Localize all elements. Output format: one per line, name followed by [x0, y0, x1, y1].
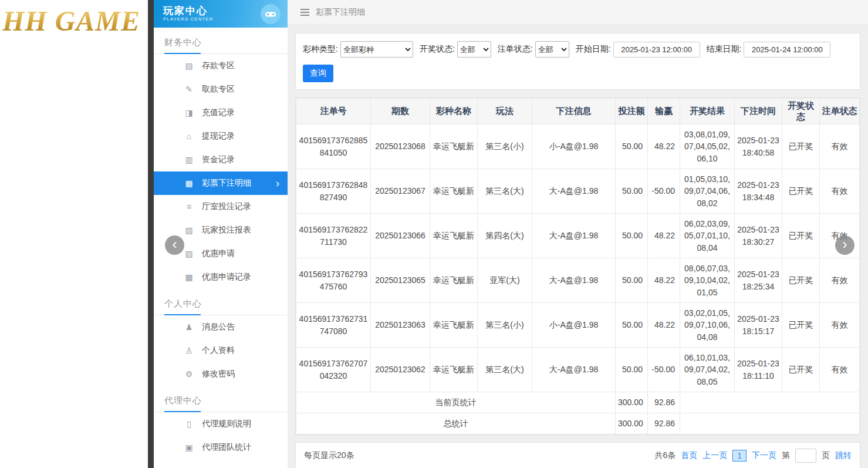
draw-status-select[interactable]: 全部	[457, 41, 491, 58]
profile-icon: ♙	[184, 346, 194, 355]
cell-lottery-name: 幸运飞艇新	[430, 348, 478, 392]
cell-play: 亚军(大)	[478, 258, 532, 303]
cell-draw-result: 03,08,01,09,07,04,05,02,06,10	[680, 124, 735, 169]
cell-bet-amount: 50.00	[616, 124, 648, 169]
first-page-link[interactable]: 首页	[681, 450, 697, 461]
sidebar-item-deposit-zone[interactable]: ▤存款专区	[154, 54, 288, 78]
brand-logo: HH GAME	[2, 5, 148, 37]
sidebar-item-withdraw-zone[interactable]: ✎取款专区	[154, 78, 288, 101]
cell-issue: 20250123067	[371, 169, 430, 214]
cell-draw-status: 已开奖	[782, 303, 820, 348]
sidebar-header: 玩家中心 PLAYERS CENTER	[154, 0, 288, 28]
lottery-type-filter: 彩种类型: 全部彩种	[303, 41, 413, 58]
sidebar-title-block: 玩家中心 PLAYERS CENTER	[163, 6, 213, 22]
sidebar-item-label: 玩家投注报表	[202, 225, 251, 235]
sidebar-item-personal-profile[interactable]: ♙个人资料	[154, 339, 288, 362]
promo-icon: ▨	[184, 249, 194, 258]
menu-toggle-icon[interactable]	[300, 9, 309, 16]
table-row: 40156917376273174708020250123063幸运飞艇新第三名…	[296, 303, 860, 348]
cell-bet-amount: 50.00	[616, 258, 648, 303]
sidebar-item-agent-rules[interactable]: ▯代理规则说明	[154, 412, 288, 436]
cell-issue: 20250123062	[371, 348, 430, 392]
cell-order-no: 401569173762793475760	[296, 258, 371, 303]
sidebar-item-recharge-records[interactable]: ◨充值记录	[154, 101, 288, 124]
chevron-right-icon: ›	[276, 177, 279, 190]
lottery-type-select[interactable]: 全部彩种	[340, 41, 413, 58]
topbar: 彩票下注明细	[288, 0, 868, 25]
cell-order-no: 401569173762822711730	[296, 214, 371, 258]
cell-win-loss: 48.22	[648, 258, 680, 303]
draw-status-filter: 开奖状态: 全部	[420, 41, 491, 58]
start-date-input[interactable]	[613, 42, 700, 58]
main-content: 彩票下注明细 彩种类型: 全部彩种 开奖状态: 全部 注单状态: 全部	[288, 0, 868, 468]
rules-icon: ▯	[184, 419, 194, 429]
pagination-controls: 共6条 首页 上一页 1 下一页 第 页 跳转	[654, 449, 852, 463]
sidebar-item-funds-records[interactable]: ▥资金记录	[154, 148, 288, 171]
hall-bet-icon: ≡	[184, 202, 194, 211]
cell-bet-info: 小-A盘@1.98	[532, 303, 616, 348]
promo-record-icon: ▩	[184, 272, 194, 282]
cell-draw-status: 已开奖	[782, 169, 820, 214]
cell-order-no: 401569173762731747080	[296, 303, 371, 348]
gamepad-icon	[261, 4, 281, 24]
funds-icon: ▥	[184, 155, 194, 164]
lottery-bet-icon: ▦	[184, 179, 194, 188]
message-icon: ♟	[184, 322, 194, 332]
sidebar-item-withdrawal-records[interactable]: ⌂提现记录	[154, 124, 288, 148]
cell-win-loss: 48.22	[648, 124, 680, 169]
summary-row-grand-total: 总统计 300.00 92.86	[296, 413, 860, 435]
cell-issue: 20250123065	[371, 258, 430, 303]
sidebar-item-hall-bet-records[interactable]: ≡厅室投注记录	[154, 195, 288, 218]
end-date-input[interactable]	[744, 42, 830, 58]
withdraw-icon: ✎	[184, 85, 194, 94]
carousel-left-arrow-icon[interactable]: ‹	[165, 235, 184, 255]
menu-section-label: 财务中心	[164, 37, 202, 47]
order-status-select[interactable]: 全部	[535, 41, 569, 58]
jump-page-input[interactable]	[795, 449, 816, 463]
sidebar-item-agent-team-stats[interactable]: ▣代理团队统计	[154, 436, 288, 459]
cell-bet-info: 大-A盘@1.98	[532, 169, 616, 214]
sidebar-item-label: 提现记录	[202, 131, 235, 142]
cell-win-loss: -50.00	[648, 348, 680, 392]
column-header-bet-amount: 投注额	[616, 99, 648, 124]
start-date-filter: 开始日期:	[576, 42, 700, 58]
lottery-type-label: 彩种类型:	[303, 44, 338, 55]
cell-order-status: 有效	[820, 348, 860, 392]
summary-bet-total: 300.00	[616, 413, 648, 435]
summary-bet-total: 300.00	[616, 392, 648, 413]
cell-order-status: 有效	[820, 303, 860, 348]
sidebar: 玩家中心 PLAYERS CENTER 财务中心▤存款专区✎取款专区◨充值记录⌂…	[154, 0, 288, 468]
prev-page-link[interactable]: 上一页	[702, 450, 727, 461]
jump-button[interactable]: 跳转	[835, 450, 852, 461]
cell-bet-info: 大-A盘@1.98	[532, 258, 616, 303]
cell-bet-time: 2025-01-23 18:15:17	[735, 303, 782, 348]
menu-section-header: 个人中心	[154, 289, 288, 315]
sidebar-item-label: 资金记录	[202, 154, 235, 165]
table-row: 40156917376279347576020250123065幸运飞艇新亚军(…	[296, 258, 860, 303]
current-page-indicator[interactable]: 1	[732, 450, 747, 462]
carousel-right-arrow-icon[interactable]: ›	[835, 235, 855, 255]
report-icon: ▧	[184, 225, 194, 235]
next-page-link[interactable]: 下一页	[752, 450, 776, 461]
cell-order-status: 有效	[820, 258, 860, 303]
summary-row-current-page: 当前页统计 300.00 92.86	[296, 392, 860, 413]
sidebar-item-lottery-bet-details[interactable]: ▦彩票下注明细›	[154, 171, 288, 195]
sidebar-item-promo-apply-records[interactable]: ▩优惠申请记录	[154, 265, 288, 289]
search-button[interactable]: 查询	[303, 65, 333, 82]
summary-label: 总统计	[296, 413, 616, 435]
bet-details-table-card: 注单号期数彩种名称玩法下注信息投注额输赢开奖结果下注时间开奖状态注单状态 401…	[295, 97, 860, 435]
end-date-filter: 结束日期:	[707, 42, 831, 58]
cell-order-status: 有效	[820, 169, 860, 214]
logo-area: HH GAME	[0, 0, 148, 468]
cell-issue: 20250123063	[371, 303, 430, 348]
table-header-row: 注单号期数彩种名称玩法下注信息投注额输赢开奖结果下注时间开奖状态注单状态	[296, 99, 860, 124]
sidebar-item-change-password[interactable]: ⚙修改密码	[154, 362, 288, 386]
cell-draw-status: 已开奖	[782, 348, 820, 392]
column-header-bet-time: 下注时间	[735, 99, 782, 124]
sidebar-item-message-announcements[interactable]: ♟消息公告	[154, 315, 288, 339]
table-row: 40156917376282271173020250123066幸运飞艇新第四名…	[296, 214, 860, 258]
total-count-text: 共6条	[654, 450, 676, 461]
bet-details-table: 注单号期数彩种名称玩法下注信息投注额输赢开奖结果下注时间开奖状态注单状态 401…	[296, 98, 860, 435]
cell-draw-result: 06,10,01,03,09,07,04,02,08,05	[680, 348, 735, 392]
cell-bet-amount: 50.00	[616, 303, 648, 348]
